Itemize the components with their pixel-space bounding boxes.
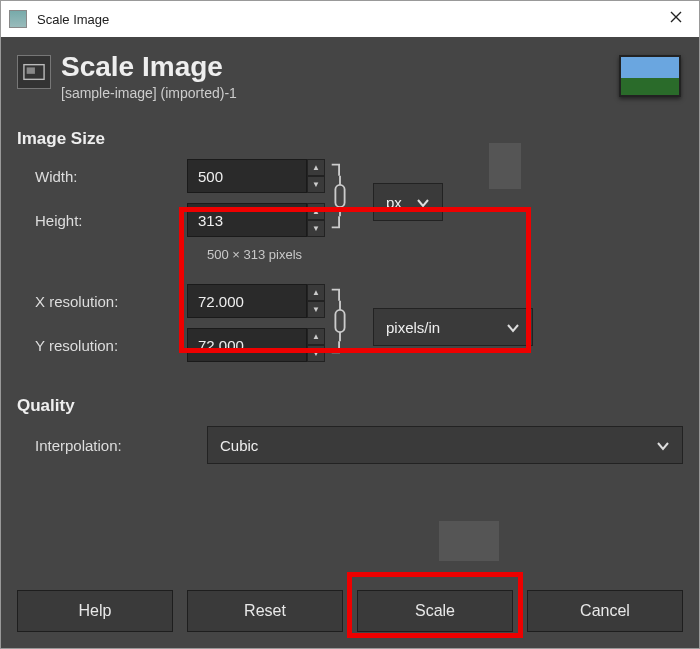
x-resolution-label: X resolution:: [17, 293, 187, 310]
quality-section-title: Quality: [17, 396, 683, 416]
scale-image-dialog: Scale Image Scale Image [sample-image] (…: [0, 0, 700, 649]
x-resolution-input[interactable]: ▲ ▼: [187, 284, 325, 318]
pixel-dimensions-info: 500 × 313 pixels: [207, 247, 325, 262]
height-up-button[interactable]: ▲: [307, 203, 325, 220]
chevron-down-icon: [416, 194, 430, 211]
resolution-chain-link[interactable]: [325, 286, 355, 356]
reset-button[interactable]: Reset: [187, 590, 343, 632]
yres-down-button[interactable]: ▼: [307, 345, 325, 362]
redaction-block: [489, 143, 521, 189]
yres-up-button[interactable]: ▲: [307, 328, 325, 345]
app-icon: [9, 10, 27, 28]
xres-up-button[interactable]: ▲: [307, 284, 325, 301]
interpolation-label: Interpolation:: [17, 437, 207, 454]
size-unit-value: px: [386, 194, 402, 211]
xres-down-button[interactable]: ▼: [307, 301, 325, 318]
image-thumbnail: [619, 55, 681, 97]
svg-rect-5: [335, 310, 344, 332]
dialog-title: Scale Image: [61, 51, 237, 83]
x-resolution-field[interactable]: [187, 284, 307, 318]
width-label: Width:: [17, 168, 187, 185]
dialog-header: Scale Image [sample-image] (imported)-1: [17, 51, 683, 101]
cancel-button[interactable]: Cancel: [527, 590, 683, 632]
help-button[interactable]: Help: [17, 590, 173, 632]
height-label: Height:: [17, 212, 187, 229]
close-icon: [670, 11, 682, 23]
button-bar: Help Reset Scale Cancel: [17, 590, 683, 632]
chevron-down-icon: [506, 319, 520, 336]
size-unit-dropdown[interactable]: px: [373, 183, 443, 221]
width-input[interactable]: ▲ ▼: [187, 159, 325, 193]
image-size-section-title: Image Size: [17, 129, 683, 149]
width-field[interactable]: [187, 159, 307, 193]
height-input[interactable]: ▲ ▼: [187, 203, 325, 237]
resolution-unit-dropdown[interactable]: pixels/in: [373, 308, 533, 346]
y-resolution-field[interactable]: [187, 328, 307, 362]
y-resolution-input[interactable]: ▲ ▼: [187, 328, 325, 362]
height-field[interactable]: [187, 203, 307, 237]
height-down-button[interactable]: ▼: [307, 220, 325, 237]
size-chain-link[interactable]: [325, 161, 355, 231]
close-button[interactable]: [653, 1, 699, 33]
y-resolution-label: Y resolution:: [17, 337, 187, 354]
redaction-block: [439, 521, 499, 561]
scale-image-icon: [17, 55, 51, 89]
width-up-button[interactable]: ▲: [307, 159, 325, 176]
interpolation-dropdown[interactable]: Cubic: [207, 426, 683, 464]
chevron-down-icon: [656, 437, 670, 454]
window-title: Scale Image: [37, 12, 691, 27]
scale-button[interactable]: Scale: [357, 590, 513, 632]
dialog-subtitle: [sample-image] (imported)-1: [61, 85, 237, 101]
width-down-button[interactable]: ▼: [307, 176, 325, 193]
svg-rect-1: [27, 67, 35, 73]
titlebar[interactable]: Scale Image: [1, 1, 699, 37]
resolution-unit-value: pixels/in: [386, 319, 440, 336]
interpolation-value: Cubic: [220, 437, 258, 454]
svg-rect-2: [335, 185, 344, 207]
